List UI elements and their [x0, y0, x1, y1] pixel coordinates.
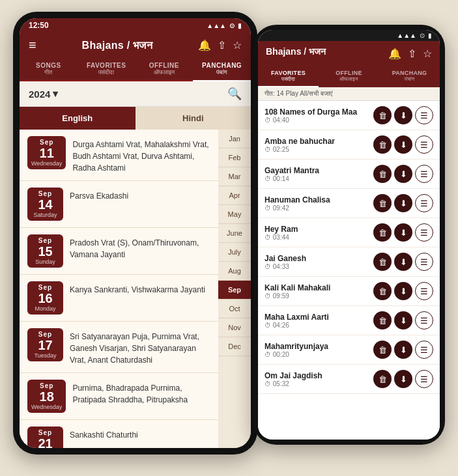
event-text: Parsva Ekadashi	[70, 188, 210, 202]
download-button[interactable]: ⬇	[394, 135, 412, 154]
song-item: Hanuman Chalisa ⏱ 09:42 🗑 ⬇ ☰	[258, 189, 440, 218]
tab-offline-2[interactable]: OFFLINE ऑफलाइन	[319, 66, 379, 87]
event-date-box: Sep 15 Sunday	[27, 234, 63, 268]
playlist-button[interactable]: ☰	[415, 135, 433, 154]
notification-icon-2[interactable]: 🔔	[388, 48, 401, 60]
song-title: Hey Ram	[265, 225, 369, 234]
event-date-box: Sep 21 Saturday	[27, 427, 63, 448]
download-button[interactable]: ⬇	[394, 194, 412, 212]
share-icon[interactable]: ⇧	[218, 39, 226, 51]
event-date-box: Sep 18 Wednesday	[27, 380, 66, 413]
month-item-mar[interactable]: Mar	[218, 167, 251, 186]
month-item-feb[interactable]: Feb	[218, 148, 251, 167]
song-title: 108 Names of Durga Maa	[265, 107, 369, 117]
month-item-may[interactable]: May	[218, 205, 251, 224]
signal-icon-2: ▲▲▲	[397, 32, 416, 39]
delete-button[interactable]: 🗑	[373, 106, 392, 124]
month-item-oct[interactable]: Oct	[218, 300, 251, 318]
download-button[interactable]: ⬇	[394, 223, 412, 242]
tab-offline[interactable]: OFFLINE ऑफलाइन	[136, 58, 193, 81]
header-row-2: Bhajans / भजन 🔔 ⇧ ☆	[266, 46, 432, 61]
playlist-button[interactable]: ☰	[415, 194, 433, 212]
song-meta: ⏱ 00:14	[265, 175, 369, 182]
hamburger-icon[interactable]: ≡	[29, 38, 36, 53]
delete-button[interactable]: 🗑	[373, 223, 392, 242]
event-month: Sep	[31, 237, 59, 244]
song-actions: 🗑 ⬇ ☰	[373, 311, 433, 329]
nav-tabs-1: SONGS गीत FAVORITES पसंदीदा OFFLINE ऑफला…	[20, 58, 251, 81]
tab-favorites-2[interactable]: FAVORITES पसंदीदा	[258, 66, 319, 87]
tab-songs[interactable]: SONGS गीत	[20, 58, 78, 81]
lang-tab-english[interactable]: English	[20, 107, 136, 130]
phone-2-screen: ▲▲▲ ⊙ ▮ Bhajans / भजन 🔔 ⇧ ☆ FAVORITES पस…	[258, 30, 440, 440]
download-button[interactable]: ⬇	[394, 311, 412, 329]
song-info: Kali Kali Mahakali ⏱ 09:59	[265, 283, 369, 300]
download-button[interactable]: ⬇	[394, 341, 412, 359]
event-text: Purnima, Bhadrapada Purnima, Pratipada S…	[72, 380, 210, 406]
event-day: 14	[31, 197, 59, 212]
playlist-button[interactable]: ☰	[415, 282, 433, 300]
song-actions: 🗑 ⬇ ☰	[373, 341, 433, 359]
tab-favorites[interactable]: FAVORITES पसंदीदा	[78, 58, 136, 81]
download-button[interactable]: ⬇	[394, 253, 412, 271]
month-item-jun[interactable]: June	[218, 224, 251, 243]
song-meta: ⏱ 00:20	[265, 351, 369, 358]
favorite-icon-2[interactable]: ☆	[423, 48, 432, 60]
delete-button[interactable]: 🗑	[373, 370, 392, 388]
events-list: Sep 11 Wednesday Durga Ashtami Vrat, Mah…	[20, 130, 218, 448]
month-item-nov[interactable]: Nov	[218, 318, 251, 337]
month-item-apr[interactable]: Apr	[218, 186, 251, 205]
clock-icon: ⏱	[265, 117, 271, 124]
playlist-button[interactable]: ☰	[415, 223, 433, 242]
download-button[interactable]: ⬇	[394, 165, 412, 183]
tab-panchang-2[interactable]: PANCHANG पंचांग	[379, 66, 440, 87]
delete-button[interactable]: 🗑	[373, 135, 392, 154]
delete-button[interactable]: 🗑	[373, 282, 392, 300]
event-day: 18	[31, 389, 62, 404]
event-month: Sep	[31, 139, 62, 146]
header-icons-2: 🔔 ⇧ ☆	[388, 48, 432, 60]
event-day: 21	[31, 436, 59, 448]
delete-button[interactable]: 🗑	[373, 253, 392, 271]
month-item-sep[interactable]: Sep	[218, 281, 251, 300]
download-button[interactable]: ⬇	[394, 282, 412, 300]
playlist-button[interactable]: ☰	[415, 253, 433, 271]
event-text: Durga Ashtami Vrat, Mahalakshmi Vrat, Bu…	[72, 136, 210, 174]
song-meta: ⏱ 04:33	[265, 263, 369, 270]
year-selector[interactable]: 2024 ▾	[29, 88, 58, 100]
download-button[interactable]: ⬇	[394, 370, 412, 388]
playlist-button[interactable]: ☰	[415, 311, 433, 329]
delete-button[interactable]: 🗑	[373, 194, 392, 212]
signal-icon: ▲▲▲	[207, 22, 226, 29]
nav-tabs-2: FAVORITES पसंदीदा OFFLINE ऑफलाइन PANCHAN…	[258, 66, 440, 87]
month-item-jul[interactable]: July	[218, 243, 251, 262]
event-text: Kanya Sankranti, Vishwakarma Jayanti	[70, 281, 210, 296]
song-actions: 🗑 ⬇ ☰	[373, 370, 433, 388]
tab-panchang[interactable]: PANCHANG पंचांग	[193, 58, 251, 81]
playlist-button[interactable]: ☰	[415, 165, 433, 183]
song-meta: ⏱ 05:32	[265, 380, 369, 387]
month-item-jan[interactable]: Jan	[218, 130, 251, 148]
delete-button[interactable]: 🗑	[373, 341, 392, 359]
notification-icon[interactable]: 🔔	[198, 39, 211, 51]
event-weekday: Monday	[31, 305, 59, 312]
month-item-aug[interactable]: Aug	[218, 262, 251, 281]
share-icon-2[interactable]: ⇧	[408, 48, 416, 60]
month-item-dec[interactable]: Dec	[218, 337, 251, 356]
event-item: Sep 18 Wednesday Purnima, Bhadrapada Pur…	[20, 373, 218, 420]
delete-button[interactable]: 🗑	[373, 165, 392, 183]
search-icon[interactable]: 🔍	[227, 87, 242, 101]
playlist-button[interactable]: ☰	[415, 370, 433, 388]
clock-icon: ⏱	[265, 175, 271, 182]
delete-button[interactable]: 🗑	[373, 311, 392, 329]
playlist-button[interactable]: ☰	[415, 341, 433, 359]
download-button[interactable]: ⬇	[394, 106, 412, 124]
phone-1-screen: 12:50 ▲▲▲ ⊙ ▮ ≡ Bhajans / भजन 🔔 ⇧ ☆ SONG…	[20, 18, 251, 448]
dropdown-icon: ▾	[53, 88, 58, 100]
playlist-button[interactable]: ☰	[415, 106, 433, 124]
clock-icon: ⏱	[265, 204, 271, 212]
song-item: Gayatri Mantra ⏱ 00:14 🗑 ⬇ ☰	[258, 160, 440, 189]
favorite-icon[interactable]: ☆	[233, 39, 242, 51]
lang-tab-hindi[interactable]: Hindi	[136, 107, 251, 130]
event-date-box: Sep 16 Monday	[27, 281, 63, 315]
